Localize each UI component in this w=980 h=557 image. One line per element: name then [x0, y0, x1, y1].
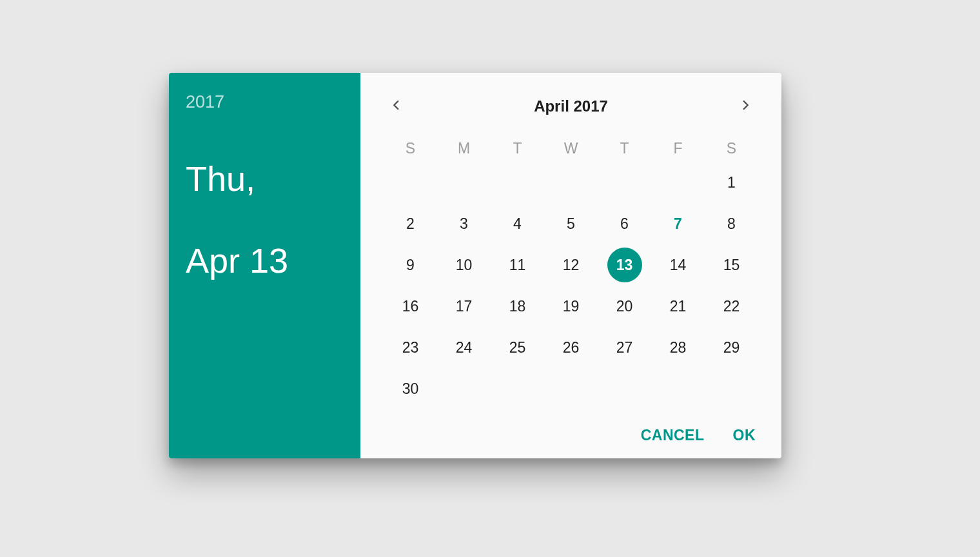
day-number: 29	[723, 339, 740, 357]
day-number: 3	[460, 215, 468, 233]
calendar-day[interactable]: 27	[598, 328, 651, 367]
month-year-label: April 2017	[534, 97, 608, 115]
calendar-days-grid: 1234567891011121314151617181920212223242…	[384, 163, 758, 408]
calendar-day[interactable]: 5	[544, 204, 598, 243]
day-number: 13	[616, 257, 633, 274]
day-number: 8	[727, 215, 736, 233]
month-navigation: April 2017	[384, 87, 758, 126]
day-number: 26	[563, 339, 580, 357]
day-number: 27	[616, 339, 633, 357]
calendar-day[interactable]: 11	[491, 246, 544, 284]
chevron-right-icon	[740, 99, 751, 113]
previous-month-button[interactable]	[384, 93, 409, 119]
day-number: 19	[563, 298, 580, 315]
day-number: 1	[727, 174, 736, 191]
dialog-actions: CANCEL OK	[384, 414, 758, 444]
selected-date-line2: Apr 13	[186, 241, 288, 280]
calendar-day[interactable]: 10	[437, 246, 491, 284]
selected-date[interactable]: Thu, Apr 13	[186, 117, 344, 282]
day-number: 17	[456, 298, 473, 315]
empty-day-cell	[598, 163, 651, 202]
weekday-label: M	[437, 133, 491, 163]
day-number: 9	[406, 257, 415, 274]
day-number: 21	[670, 298, 687, 315]
empty-day-cell	[544, 163, 598, 202]
day-number: 11	[509, 257, 526, 274]
calendar-day[interactable]: 16	[384, 287, 437, 326]
day-number: 7	[674, 215, 682, 233]
calendar-day[interactable]: 30	[384, 369, 437, 408]
ok-button[interactable]: OK	[733, 427, 756, 444]
calendar-day[interactable]: 6	[598, 204, 651, 243]
day-number: 16	[402, 298, 419, 315]
calendar-day[interactable]: 18	[491, 287, 544, 326]
day-number: 5	[567, 215, 575, 233]
calendar-day[interactable]: 8	[705, 204, 758, 243]
day-number: 25	[509, 339, 526, 357]
calendar-day[interactable]: 25	[491, 328, 544, 367]
day-number: 4	[513, 215, 522, 233]
calendar-day[interactable]: 17	[437, 287, 491, 326]
day-number: 23	[402, 339, 419, 357]
calendar-day[interactable]: 1	[705, 163, 758, 202]
calendar-day[interactable]: 23	[384, 328, 437, 367]
day-number: 30	[402, 380, 419, 398]
calendar-day[interactable]: 20	[598, 287, 651, 326]
weekday-label: F	[651, 133, 705, 163]
calendar-day[interactable]: 21	[651, 287, 705, 326]
day-number: 14	[670, 257, 687, 274]
calendar-day[interactable]: 9	[384, 246, 437, 284]
weekday-label: T	[598, 133, 651, 163]
calendar-day[interactable]: 15	[705, 246, 758, 284]
calendar-day[interactable]: 7	[651, 204, 705, 243]
calendar-day[interactable]: 26	[544, 328, 598, 367]
date-picker-dialog: 2017 Thu, Apr 13 April 2017 SMTWTFS 1234…	[169, 73, 781, 458]
calendar-day[interactable]: 22	[705, 287, 758, 326]
empty-day-cell	[491, 163, 544, 202]
chevron-left-icon	[391, 99, 402, 113]
empty-day-cell	[384, 163, 437, 202]
weekday-label: S	[705, 133, 758, 163]
empty-day-cell	[437, 163, 491, 202]
weekday-label: T	[491, 133, 544, 163]
day-number: 18	[509, 298, 526, 315]
calendar-day[interactable]: 19	[544, 287, 598, 326]
day-number: 12	[563, 257, 580, 274]
calendar-day[interactable]: 28	[651, 328, 705, 367]
calendar-day[interactable]: 13	[598, 246, 651, 284]
calendar-day[interactable]: 3	[437, 204, 491, 243]
selected-date-line1: Thu,	[186, 159, 255, 198]
calendar-day[interactable]: 4	[491, 204, 544, 243]
empty-day-cell	[651, 163, 705, 202]
day-number: 15	[723, 257, 740, 274]
calendar-day[interactable]: 12	[544, 246, 598, 284]
calendar-day[interactable]: 29	[705, 328, 758, 367]
day-number: 10	[456, 257, 473, 274]
weekday-label: W	[544, 133, 598, 163]
day-number: 28	[670, 339, 687, 357]
cancel-button[interactable]: CANCEL	[641, 427, 705, 444]
calendar-day[interactable]: 14	[651, 246, 705, 284]
date-display-panel: 2017 Thu, Apr 13	[169, 73, 360, 458]
calendar-day[interactable]: 24	[437, 328, 491, 367]
calendar-day[interactable]: 2	[384, 204, 437, 243]
selected-year[interactable]: 2017	[186, 92, 344, 112]
next-month-button[interactable]	[732, 93, 758, 119]
day-number: 6	[620, 215, 629, 233]
day-number: 2	[406, 215, 415, 233]
calendar-panel: April 2017 SMTWTFS 123456789101112131415…	[360, 73, 781, 458]
day-number: 22	[723, 298, 740, 315]
weekday-label: S	[384, 133, 437, 163]
weekday-header-row: SMTWTFS	[384, 133, 758, 163]
day-number: 20	[616, 298, 633, 315]
day-number: 24	[456, 339, 473, 357]
